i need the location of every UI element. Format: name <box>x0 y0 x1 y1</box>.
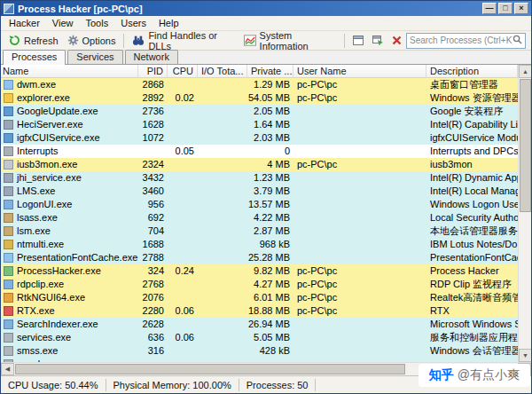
column-header-cpu[interactable]: CPU <box>168 65 198 78</box>
process-description: igfxCUIService Modu <box>426 131 518 145</box>
process-list: dwm.exe 2868 1.29 MB pc-PC\pc 桌面窗口管理器 ex… <box>1 78 518 362</box>
process-private-bytes: 4.27 MB <box>247 278 293 291</box>
maximize-button[interactable]: □ <box>498 3 512 14</box>
process-io-total <box>198 304 247 318</box>
process-name: RtkNGUI64.exe <box>17 291 85 304</box>
search-input[interactable] <box>410 35 512 45</box>
process-description: Realtek高清晰音频管理 <box>426 291 518 304</box>
process-name: dwm.exe <box>17 78 56 91</box>
process-name: ntmulti.exe <box>17 238 64 251</box>
close-button[interactable]: × <box>514 3 528 14</box>
process-pid: 3432 <box>138 171 168 185</box>
process-io-total <box>198 78 247 91</box>
window-new-button[interactable] <box>368 34 387 47</box>
process-user-name: pc-PC\pc <box>293 278 426 291</box>
process-private-bytes: 1.29 MB <box>247 78 293 91</box>
window-panel-button[interactable] <box>348 34 368 47</box>
process-user-name <box>293 225 426 238</box>
process-pid: 2768 <box>138 278 168 291</box>
process-icon <box>4 319 13 329</box>
process-io-total <box>198 105 247 118</box>
table-row[interactable]: explorer.exe 2892 0.02 54.05 MB pc-PC\pc… <box>1 91 518 105</box>
system-information-button[interactable]: System Information <box>239 28 340 53</box>
column-header-description[interactable]: Description <box>426 65 518 78</box>
table-row[interactable]: LogonUI.exe 956 13.57 MB Windows Logon U… <box>1 198 518 211</box>
table-row[interactable]: smss.exe 316 428 kB Windows 会话管理器 <box>1 344 518 358</box>
process-io-total <box>198 344 247 358</box>
app-icon <box>4 4 14 14</box>
column-header-user-name[interactable]: User Name <box>293 65 426 78</box>
process-cpu <box>168 344 198 358</box>
process-name: jhi_service.exe <box>17 171 82 185</box>
process-icon <box>4 160 13 169</box>
scroll-up-icon[interactable]: ▲ <box>519 65 531 78</box>
table-row[interactable]: dwm.exe 2868 1.29 MB pc-PC\pc 桌面窗口管理器 <box>1 78 518 91</box>
process-user-name: pc-PC\pc <box>293 291 426 304</box>
watermark-brand: 知乎 <box>429 367 454 383</box>
process-icon <box>4 173 13 183</box>
table-row[interactable]: services.exe 636 0.06 5.05 MB 服务和控制器应用程序 <box>1 331 518 344</box>
process-pid: 3460 <box>138 185 168 198</box>
scroll-down-icon[interactable]: ▼ <box>519 349 531 362</box>
menu-hacker[interactable]: Hacker <box>3 17 46 29</box>
minimize-button[interactable]: — <box>482 3 497 14</box>
tab-network[interactable]: Network <box>125 50 178 64</box>
process-cpu <box>168 211 198 225</box>
table-row[interactable]: lsass.exe 692 4.22 MB Local Security Aut… <box>1 211 518 225</box>
table-row[interactable]: ntmulti.exe 1688 968 kB IBM Lotus Notes/… <box>1 238 518 251</box>
menu-view[interactable]: View <box>46 17 80 29</box>
table-row[interactable]: igfxCUIService.exe 1072 2.03 MB igfxCUIS… <box>1 131 518 145</box>
process-description: 桌面窗口管理器 <box>426 78 518 91</box>
table-row[interactable]: Interrupts 0.05 0 Interrupts and DPCs <box>1 145 518 158</box>
table-row[interactable]: RTX.exe 2280 0.06 18.88 MB pc-PC\pc RTX <box>1 304 518 318</box>
table-row[interactable]: lsm.exe 704 2.87 MB 本地会话管理器服务 <box>1 225 518 238</box>
table-row[interactable]: jhi_service.exe 3432 1.23 MB Intel(R) Dy… <box>1 171 518 185</box>
scroll-left-icon[interactable]: ◀ <box>1 363 14 375</box>
process-icon <box>4 280 13 289</box>
table-row[interactable]: HeciServer.exe 1628 1.64 MB Intel(R) Cap… <box>1 118 518 131</box>
options-button[interactable]: Options <box>63 33 121 48</box>
process-io-total <box>198 331 247 344</box>
column-header-private-bytes[interactable]: Private ... <box>247 65 293 78</box>
column-header-name[interactable]: Name <box>1 65 138 78</box>
process-private-bytes: 0 <box>247 145 293 158</box>
refresh-icon <box>9 35 20 46</box>
tab-processes[interactable]: Processes <box>3 50 66 65</box>
process-hacker-window: Process Hacker [pc-PC\pc] — □ × Hacker V… <box>0 0 532 394</box>
table-row[interactable]: SearchIndexer.exe 2628 26.94 MB Microsof… <box>1 318 518 331</box>
table-row[interactable]: RtkNGUI64.exe 2076 6.01 MB pc-PC\pc Real… <box>1 291 518 304</box>
process-io-total <box>198 211 247 225</box>
process-name: igfxCUIService.exe <box>17 131 100 145</box>
process-description: Microsoft Windows S <box>426 318 518 331</box>
watermark-handle: @有点小爽 <box>458 367 520 383</box>
horizontal-scrollbar-thumb[interactable] <box>15 364 405 374</box>
process-io-total <box>198 264 247 278</box>
table-row[interactable]: LMS.exe 3460 3.79 MB Intel(R) Local Mana… <box>1 185 518 198</box>
window-arrow-icon <box>372 35 383 45</box>
process-name: explorer.exe <box>17 91 70 105</box>
table-row[interactable]: rdpclip.exe 2768 4.27 MB pc-PC\pc RDP Cl… <box>1 278 518 291</box>
column-header-pid[interactable]: PID <box>138 65 168 78</box>
process-cpu <box>168 171 198 185</box>
table-row[interactable]: iusb3mon.exe 2324 4 MB pc-PC\pc iusb3mon <box>1 158 518 171</box>
process-icon <box>4 293 13 303</box>
search-icon[interactable] <box>512 35 522 46</box>
vertical-scrollbar[interactable]: ▲ ▼ <box>518 65 531 362</box>
table-row[interactable]: ProcessHacker.exe 324 0.24 9.82 MB pc-PC… <box>1 264 518 278</box>
process-name: smss.exe <box>17 344 58 358</box>
process-private-bytes: 428 kB <box>247 344 293 358</box>
process-pid: 2280 <box>138 304 168 318</box>
process-icon <box>4 200 13 209</box>
process-cpu <box>168 278 198 291</box>
process-name: PresentationFontCache.exe <box>17 251 137 264</box>
tab-services[interactable]: Services <box>67 50 122 64</box>
vertical-scrollbar-thumb[interactable] <box>520 79 531 212</box>
table-row[interactable]: GoogleUpdate.exe 2736 2.05 MB Google 安装程… <box>1 105 518 118</box>
table-row[interactable]: PresentationFontCache.exe 2788 25.28 MB … <box>1 251 518 264</box>
refresh-button[interactable]: Refresh <box>4 33 63 48</box>
column-header-io-total[interactable]: I/O Tota... <box>198 65 247 78</box>
menu-tools[interactable]: Tools <box>80 17 115 29</box>
process-icon <box>4 93 13 103</box>
process-icon <box>4 186 13 196</box>
close-panel-button[interactable] <box>387 34 406 47</box>
